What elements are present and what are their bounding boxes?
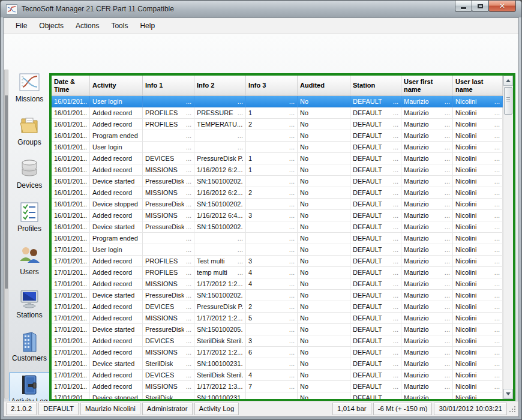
column-header-activity[interactable]: Activity: [90, 76, 143, 95]
table-row[interactable]: 17/01/201...Added recordPROFILES...Test …: [52, 256, 503, 267]
cell-text: DEFAULT: [353, 164, 382, 175]
maximize-button[interactable]: [472, 1, 489, 12]
minimize-button[interactable]: [455, 1, 472, 12]
cell-i2: 1/17/2012 1:2...: [194, 313, 246, 323]
table-row[interactable]: 17/01/201...Added recordMISSIONS...1/17/…: [52, 278, 503, 290]
cell-st: DEFAULT...: [350, 233, 401, 244]
cell-text: 17/01/201...: [54, 244, 87, 255]
table-row[interactable]: 17/01/201...Added recordMISSIONS...1/17/…: [52, 381, 503, 392]
table-row[interactable]: 16/01/201...Program ended.........NoDEFA…: [52, 233, 503, 244]
table-row[interactable]: 17/01/201...Device startedSterilDisk...S…: [52, 358, 503, 370]
workspace: Missions Groups: [4, 34, 518, 401]
column-header-info3[interactable]: Info 3: [246, 76, 298, 95]
menu-help[interactable]: Help: [134, 20, 161, 32]
sidebar-scrollbar-thumb[interactable]: [5, 95, 8, 289]
table-row[interactable]: 16/01/201...Added recordMISSIONS...1/16/…: [52, 164, 503, 176]
cell-ellipsis: ...: [443, 210, 450, 221]
cell-fn: Maurizio...: [401, 233, 453, 244]
table-row[interactable]: 16/01/201...Device stoppedPressureDisk..…: [52, 199, 503, 210]
cell-i1: ...: [143, 244, 194, 255]
column-header-audited[interactable]: Audited: [298, 76, 350, 95]
cell-d: 16/01/201...: [52, 233, 90, 244]
titlebar[interactable]: TecnoSoft Manager 21 CFR Part 11 Compati…: [1, 1, 521, 17]
table-row[interactable]: 17/01/201...Added recordDEVICES...Steril…: [52, 335, 503, 347]
table-row[interactable]: 17/01/201...Added recordPROFILES...temp …: [52, 267, 503, 278]
cell-ln: Nicolini...: [453, 278, 503, 289]
sidebar-item-devices[interactable]: Devices: [9, 156, 50, 191]
cell-text: Added record: [92, 313, 132, 323]
cell-ellipsis: ...: [391, 233, 398, 244]
table-row[interactable]: 16/01/201...Program ended.........NoDEFA…: [52, 130, 503, 142]
sidebar-item-activity-log[interactable]: Activity Log: [9, 372, 50, 401]
table-row[interactable]: 17/01/201...Device stoppedSterilDisk...S…: [52, 392, 503, 399]
cell-fn: Maurizio...: [401, 335, 453, 346]
column-header-user-first[interactable]: User first name: [401, 76, 453, 95]
table-scrollbar[interactable]: [503, 76, 513, 399]
cell-text: No: [300, 233, 308, 244]
scroll-up-button[interactable]: [503, 76, 513, 86]
cell-ln: Nicolini...: [453, 210, 503, 221]
sidebar-item-stations[interactable]: Stations: [9, 286, 50, 321]
table-row[interactable]: 16/01/201...Added recordPROFILES...TEMPE…: [52, 119, 503, 130]
table-row[interactable]: 16/01/201...Added recordPROFILES...PRESS…: [52, 107, 503, 119]
cell-ellipsis: ...: [493, 278, 500, 289]
cell-text: No: [300, 119, 308, 130]
cell-ellipsis: ...: [236, 96, 243, 107]
table-row[interactable]: 17/01/201...Device startedPressureDisk..…: [52, 290, 503, 301]
close-button[interactable]: ✕: [488, 1, 516, 12]
table-row[interactable]: 16/01/201...Added recordMISSIONS...1/16/…: [52, 187, 503, 199]
menu-file[interactable]: File: [10, 20, 33, 32]
cell-ln: Nicolini...: [453, 370, 503, 380]
column-header-info2[interactable]: Info 2: [194, 76, 246, 95]
cell-ellipsis: ...: [287, 142, 295, 152]
column-header-station[interactable]: Station: [350, 76, 401, 95]
scroll-down-button[interactable]: [503, 389, 513, 399]
sidebar-item-groups[interactable]: Groups: [9, 113, 50, 148]
cell-d: 17/01/201...: [52, 370, 90, 380]
cell-ellipsis: ...: [287, 164, 295, 175]
table-row[interactable]: 16/01/201...Device startedPressureDisk..…: [52, 221, 503, 233]
cell-text: Added record: [92, 335, 132, 346]
table-row[interactable]: 17/01/201...Added recordMISSIONS...1/17/…: [52, 313, 503, 324]
cell-ellipsis: ...: [287, 221, 295, 232]
table-row[interactable]: 16/01/201...User login.........NoDEFAULT…: [52, 96, 503, 107]
cell-i2: 1/17/2012 1:2...: [194, 278, 246, 289]
resize-grip[interactable]: [509, 405, 516, 413]
column-header-date-time[interactable]: Date & Time: [52, 76, 90, 95]
table-row[interactable]: 16/01/201...User login.........NoDEFAULT…: [52, 142, 503, 153]
cell-ellipsis: ...: [443, 221, 450, 232]
cell-text: DEFAULT: [353, 233, 382, 244]
column-header-info1[interactable]: Info 1: [143, 76, 194, 95]
cell-ellipsis: ...: [184, 256, 191, 266]
table-scrollbar-thumb[interactable]: [504, 87, 512, 115]
cell-text: PressureDisk: [145, 176, 184, 187]
cell-ellipsis: ...: [287, 290, 295, 301]
table-row[interactable]: 17/01/201...Added recordDEVICES...Steril…: [52, 370, 503, 381]
table-row[interactable]: 16/01/201...Device startedPressureDisk..…: [52, 176, 503, 187]
cell-i3: 4...: [246, 370, 298, 380]
sidebar-item-missions[interactable]: Missions: [9, 70, 50, 105]
cell-ln: Nicolini...: [453, 233, 503, 244]
table-row[interactable]: 17/01/201...Added recordDEVICES...Pressu…: [52, 301, 503, 313]
sidebar-item-profiles[interactable]: Profiles: [9, 199, 50, 235]
sidebar-item-customers[interactable]: Customers: [9, 329, 50, 364]
cell-text: DEFAULT: [353, 187, 382, 198]
users-people-icon: [18, 244, 41, 267]
cell-i2: temp multi...: [194, 267, 246, 278]
menu-objects[interactable]: Objects: [33, 20, 70, 32]
column-header-user-last[interactable]: User last name: [453, 76, 503, 95]
table-row[interactable]: 17/01/201...Added recordMISSIONS...1/17/…: [52, 347, 503, 358]
cell-ellipsis: ...: [287, 301, 295, 312]
cell-au: No: [298, 370, 350, 380]
table-row[interactable]: 16/01/201...Added recordDEVICES...Pressu…: [52, 153, 503, 164]
cell-au: No: [298, 176, 350, 187]
sidebar-scrollbar[interactable]: [4, 70, 8, 398]
menu-tools[interactable]: Tools: [105, 20, 134, 32]
table-row[interactable]: 17/01/201...User login.........NoDEFAULT…: [52, 244, 503, 256]
cell-i3: ...: [246, 392, 298, 399]
sidebar-item-users[interactable]: Users: [9, 242, 50, 278]
cell-text: No: [300, 130, 308, 141]
menu-actions[interactable]: Actions: [70, 20, 105, 32]
table-row[interactable]: 16/01/201...Added recordMISSIONS...1/16/…: [52, 210, 503, 221]
table-row[interactable]: 17/01/201...Device startedPressureDisk..…: [52, 324, 503, 335]
